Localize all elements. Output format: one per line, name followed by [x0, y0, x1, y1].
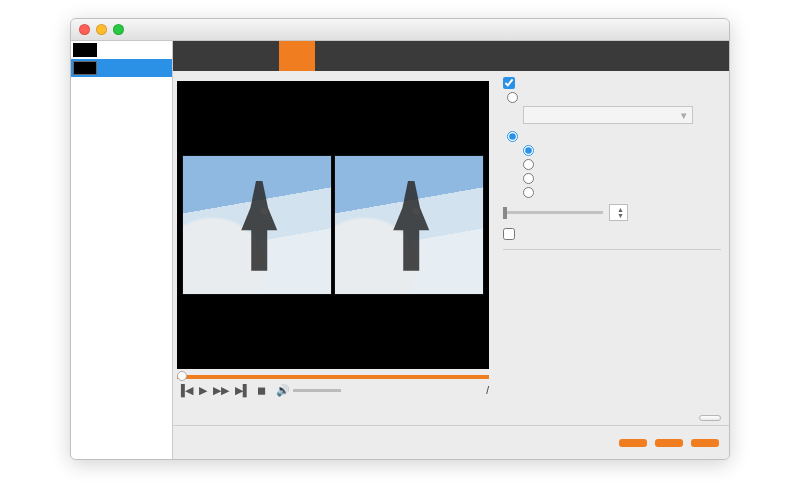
restore-defaults-button[interactable]: [699, 415, 721, 421]
file-item[interactable]: [71, 41, 172, 59]
prev-button[interactable]: ▐◀: [177, 385, 193, 396]
split-tab-half-radio[interactable]: [503, 173, 721, 184]
window-minimize-icon[interactable]: [96, 24, 107, 35]
tab-enhance[interactable]: [387, 41, 423, 71]
window-close-icon[interactable]: [79, 24, 90, 35]
play-button[interactable]: ▶: [199, 385, 207, 396]
sbs-half-input[interactable]: [523, 145, 534, 156]
split-screen-input[interactable]: [507, 131, 518, 142]
tab-effect[interactable]: [351, 41, 387, 71]
tab-watermark[interactable]: [423, 41, 459, 71]
ff-button[interactable]: ▶▶: [213, 385, 229, 396]
tab-full-input[interactable]: [523, 187, 534, 198]
tab-rotate[interactable]: [243, 41, 279, 71]
switch-lr-input[interactable]: [503, 228, 515, 240]
switch-lr-checkbox[interactable]: [503, 228, 721, 240]
edit-window: ▐◀ ▶ ▶▶ ▶▌ ◼ 🔊 /: [70, 18, 730, 460]
titlebar: [71, 19, 729, 41]
timeline-slider[interactable]: [177, 375, 489, 379]
depth-stepper[interactable]: ▲ ▼: [609, 204, 628, 221]
preview-canvas: [177, 81, 489, 369]
playback-controls: ▐◀ ▶ ▶▶ ▶▌ ◼ 🔊 /: [177, 381, 489, 396]
tab-crop[interactable]: [315, 41, 351, 71]
restore-all-button[interactable]: [619, 439, 647, 447]
volume-slider[interactable]: [293, 389, 341, 392]
sbs-full-input[interactable]: [523, 159, 534, 170]
split-sbs-full-radio[interactable]: [503, 159, 721, 170]
stepper-down-icon[interactable]: ▼: [617, 213, 624, 219]
anaglyph-input[interactable]: [507, 92, 518, 103]
action-bar: [173, 425, 729, 459]
tab-half-input[interactable]: [523, 173, 534, 184]
tab-3d[interactable]: [279, 41, 315, 71]
preview-right-eye: [334, 155, 484, 295]
file-thumbnail: [73, 43, 97, 57]
depth-slider[interactable]: [503, 211, 603, 214]
timeline-knob[interactable]: [177, 371, 187, 381]
window-zoom-icon[interactable]: [113, 24, 124, 35]
enable-3d-checkbox[interactable]: [503, 77, 721, 89]
volume-icon[interactable]: 🔊: [276, 385, 290, 396]
stop-button[interactable]: ◼: [257, 385, 266, 396]
editor-tabs: [173, 41, 729, 71]
next-button[interactable]: ▶▌: [235, 385, 251, 396]
depth-slider-handle[interactable]: [503, 207, 507, 219]
file-thumbnail: [73, 61, 97, 75]
time-display: /: [486, 385, 489, 396]
split-tab-full-radio[interactable]: [503, 187, 721, 198]
file-sidebar: [71, 41, 173, 459]
preview-left-eye: [182, 155, 332, 295]
enable-3d-input[interactable]: [503, 77, 515, 89]
file-item[interactable]: [71, 59, 172, 77]
preview-panel: ▐◀ ▶ ▶▶ ▶▌ ◼ 🔊 /: [173, 71, 493, 425]
anaglyph-dropdown[interactable]: ▾: [523, 106, 693, 124]
close-button[interactable]: [691, 439, 719, 447]
mode-anaglyph-radio[interactable]: [503, 92, 721, 103]
settings-panel: ▾: [493, 71, 729, 425]
apply-button[interactable]: [655, 439, 683, 447]
chevron-down-icon: ▾: [681, 109, 687, 121]
mode-split-screen-radio[interactable]: [503, 131, 721, 142]
split-sbs-half-radio[interactable]: [503, 145, 721, 156]
banner-caption: [0, 0, 800, 18]
